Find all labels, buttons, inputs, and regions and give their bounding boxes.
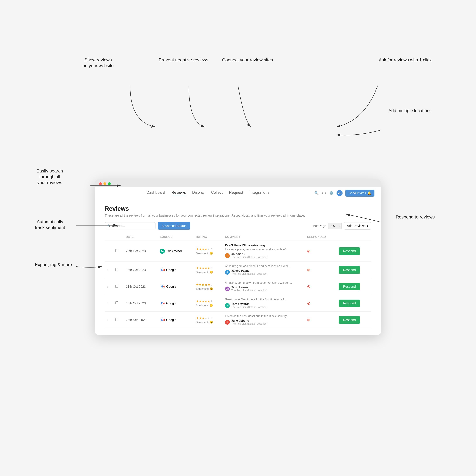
sentiment-display: Sentiment: 😕: [196, 321, 220, 324]
rating-cell: ★★★★★5 Sentiment: 😊: [193, 262, 222, 278]
row-checkbox-cell: [113, 262, 123, 278]
respond-button[interactable]: Respond: [339, 247, 360, 255]
nav-display[interactable]: Display: [192, 190, 205, 196]
reviewer-name: shirlo2019: [231, 253, 267, 256]
chevron-down-icon: ▾: [367, 224, 368, 228]
col-checkbox: [113, 233, 123, 241]
svg-text:Google: Google: [161, 268, 165, 272]
reviewer-details: Julie tibbetts The Red Lion (Default Loc…: [231, 319, 267, 325]
per-page-select[interactable]: 25 50 100: [328, 223, 342, 229]
reviewer-avatar: SH: [225, 287, 230, 291]
browser-traffic-lights: [99, 182, 377, 185]
annotation-ask-reviews: Ask for reviews with 1 click: [379, 57, 432, 63]
advanced-search-button[interactable]: Advanced Search: [158, 222, 190, 230]
row-checkbox-cell: [113, 295, 123, 312]
date-cell: 15th Oct 2023: [123, 262, 157, 278]
expand-chevron[interactable]: ›: [105, 295, 113, 312]
search-box[interactable]: 🔍: [105, 222, 155, 229]
comment-cell: Absolute gem of a place! Food here is of…: [222, 262, 298, 278]
row-checkbox-cell: [113, 241, 123, 262]
table-row: › 15th Oct 2023 GoogleGoogle ★★★★★5 Sent…: [105, 262, 371, 278]
reviewer-info: s shirlo2019 The Red Lion (Default Locat…: [225, 253, 295, 259]
expand-chevron[interactable]: ›: [105, 262, 113, 278]
row-checkbox[interactable]: [115, 268, 118, 271]
nav-reviews[interactable]: Reviews: [171, 190, 186, 196]
dot-green[interactable]: [108, 182, 111, 185]
settings-icon[interactable]: ⚙️: [329, 191, 334, 195]
respond-button[interactable]: Respond: [339, 300, 360, 307]
source-label: Google: [166, 285, 176, 289]
expand-chevron[interactable]: ›: [105, 278, 113, 295]
reviewer-details: James Payne The Red Lion (Default Locati…: [231, 269, 267, 275]
google-icon: Google: [160, 267, 165, 272]
google-icon: Google: [160, 317, 165, 323]
comment-cell: Great place. Went there for the first ti…: [222, 295, 298, 312]
reviewer-info: SH Scott Howes The Red Lion (Default Loc…: [225, 286, 295, 292]
send-invites-button[interactable]: Send Invites 🔔: [345, 190, 374, 197]
reviewer-details: Scott Howes The Red Lion (Default Locati…: [231, 286, 267, 292]
reviewer-details: Tom edwards The Red Lion (Default Locati…: [231, 302, 267, 309]
row-checkbox-cell: [113, 278, 123, 295]
annotation-add-locations: Add multiple locations: [389, 108, 432, 114]
reviewer-avatar: Jt: [225, 320, 230, 325]
browser-chrome: [95, 179, 381, 187]
responded-cell: ⊗: [305, 241, 336, 262]
reviewer-location: The Red Lion (Default Location): [231, 306, 267, 309]
reviewer-name: Scott Howes: [231, 286, 267, 289]
add-reviews-button[interactable]: Add Reviews ▾: [344, 222, 371, 230]
action-cell: Respond: [336, 241, 371, 262]
respond-button[interactable]: Respond: [339, 266, 360, 274]
dot-yellow[interactable]: [103, 182, 106, 185]
annotation-export-tag: Export, tag & more: [35, 262, 72, 268]
source-cell: TATripAdvisor: [157, 241, 193, 262]
action-cell: Respond: [336, 278, 371, 295]
google-icon: Google: [160, 284, 165, 289]
nav-collect[interactable]: Collect: [211, 190, 223, 196]
stars-display: ★★★★★3: [196, 316, 220, 320]
comment-excerpt: Great place. Went there for the first ti…: [225, 298, 295, 301]
per-page-label: Per Page: [313, 224, 326, 228]
row-checkbox[interactable]: [115, 318, 118, 321]
expand-chevron[interactable]: ›: [105, 312, 113, 328]
code-icon[interactable]: </>: [322, 191, 326, 195]
page-subtitle: These are all the reviews from all your …: [105, 214, 371, 217]
source-label: TripAdvisor: [166, 249, 182, 253]
spacer-cell: [298, 241, 305, 262]
rating-cell: ★★★★★5 Sentiment: 😊: [193, 278, 222, 295]
respond-button[interactable]: Respond: [339, 316, 360, 324]
table-row: › 11th Oct 2023 GoogleGoogle ★★★★★5 Sent…: [105, 278, 371, 295]
per-page-area: Per Page 25 50 100 Add Reviews ▾: [313, 222, 371, 230]
row-checkbox[interactable]: [115, 302, 118, 304]
comment-excerpt: Listed as the best dessi pub in the Blac…: [225, 314, 295, 318]
nav-dashboard[interactable]: Dashboard: [146, 190, 165, 196]
reviewer-details: shirlo2019 The Red Lion (Default Locatio…: [231, 253, 267, 259]
comment-excerpt: Amazing, come down from south Yorkshire …: [225, 281, 295, 285]
respond-button[interactable]: Respond: [339, 283, 360, 290]
action-cell: Respond: [336, 295, 371, 312]
dot-red[interactable]: [99, 182, 102, 185]
avatar[interactable]: MG: [337, 190, 342, 196]
reviewer-name: Tom edwards: [231, 302, 267, 306]
source-cell: GoogleGoogle: [157, 278, 193, 295]
reviewer-location: The Red Lion (Default Location): [231, 256, 267, 259]
search-icon[interactable]: 🔍: [314, 191, 319, 195]
expand-chevron[interactable]: ›: [105, 241, 113, 262]
table-row: › 20th Oct 2023 TATripAdvisor ★★★★★3 Sen…: [105, 241, 371, 262]
spacer-cell: [298, 262, 305, 278]
row-checkbox[interactable]: [115, 249, 118, 252]
annotation-track-sentiment: Automaticallytrack sentiment: [35, 219, 65, 231]
row-checkbox[interactable]: [115, 285, 118, 288]
responded-cell: ⊗: [305, 312, 336, 328]
sentiment-display: Sentiment: 😕: [196, 252, 220, 255]
col-action: [336, 233, 371, 241]
search-input[interactable]: [112, 224, 153, 228]
nav-integrations[interactable]: Integrations: [250, 190, 270, 196]
source-cell: GoogleGoogle: [157, 312, 193, 328]
nav-request[interactable]: Request: [229, 190, 243, 196]
comment-cell: Amazing, come down from south Yorkshire …: [222, 278, 298, 295]
stars-display: ★★★★★5: [196, 266, 220, 270]
annotation-respond-reviews: Respond to reviews: [396, 214, 435, 220]
source-label: Google: [166, 302, 176, 305]
col-rating: RATING: [193, 233, 222, 241]
reviews-table: DATE SOURCE RATING COMMENT RESPONDED › 2…: [105, 233, 371, 328]
